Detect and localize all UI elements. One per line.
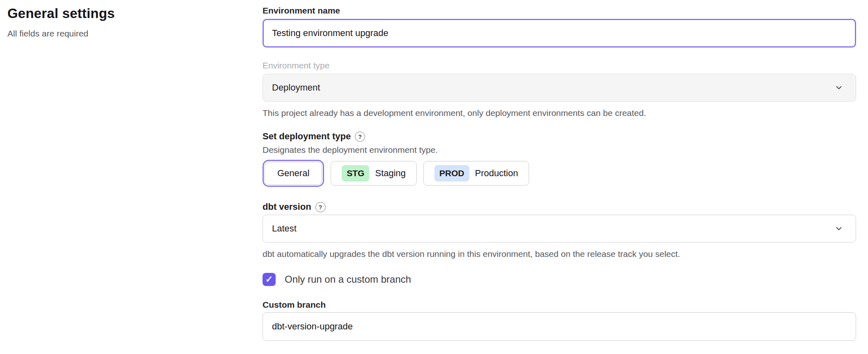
dbt-version-value: Latest [272, 223, 297, 234]
deployment-type-production-label: Production [475, 168, 518, 179]
environment-name-input[interactable] [263, 19, 856, 48]
dbt-version-select[interactable]: Latest [263, 215, 856, 243]
deployment-type-general-button[interactable]: General [265, 162, 322, 185]
environment-name-label: Environment name [263, 5, 856, 16]
chevron-down-icon [834, 83, 843, 92]
help-icon[interactable]: ? [315, 202, 326, 212]
environment-type-select[interactable]: Deployment [263, 74, 856, 102]
dbt-version-helper: dbt automatically upgrades the dbt versi… [263, 248, 856, 260]
environment-type-value: Deployment [272, 82, 320, 93]
help-icon[interactable]: ? [355, 132, 365, 142]
settings-header: General settings All fields are required [7, 6, 237, 39]
dbt-version-heading: dbt version [263, 202, 311, 212]
staging-badge: STG [342, 165, 369, 182]
custom-branch-label: Custom branch [263, 299, 856, 311]
page-title: General settings [7, 6, 237, 21]
production-badge: PROD [434, 165, 469, 182]
environment-type-helper: This project already has a development e… [263, 107, 856, 119]
deployment-type-options: General STG Staging PROD Production [263, 160, 856, 187]
deployment-type-description: Designates the deployment environment ty… [263, 145, 856, 155]
custom-branch-checkbox-label[interactable]: Only run on a custom branch [285, 274, 411, 285]
page-subtitle: All fields are required [7, 29, 237, 39]
custom-branch-input[interactable] [263, 312, 856, 341]
environment-type-label: Environment type [263, 60, 856, 71]
custom-branch-checkbox[interactable]: ✓ [263, 273, 276, 286]
deployment-type-heading: Set deployment type [263, 131, 351, 142]
chevron-down-icon [834, 224, 843, 233]
deployment-type-staging-button[interactable]: STG Staging [331, 161, 417, 186]
deployment-type-general-label: General [277, 168, 309, 179]
deployment-type-general-selected-ring: General [263, 160, 324, 187]
deployment-type-staging-label: Staging [375, 168, 406, 179]
check-icon: ✓ [265, 274, 273, 285]
environment-settings-form: Environment name Environment type Deploy… [263, 5, 856, 341]
custom-branch-checkbox-row: ✓ Only run on a custom branch [263, 273, 856, 286]
deployment-type-production-button[interactable]: PROD Production [423, 161, 529, 186]
